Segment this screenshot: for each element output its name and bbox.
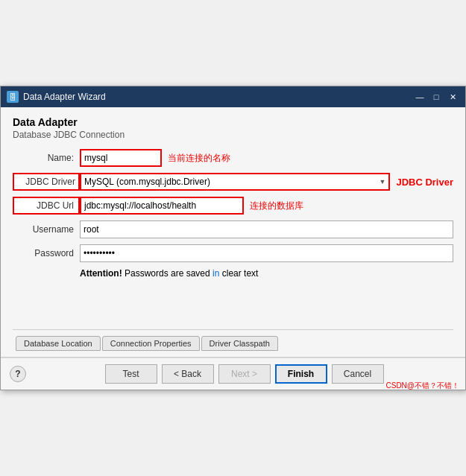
maximize-button[interactable]: □ bbox=[429, 91, 443, 103]
minimize-button[interactable]: — bbox=[413, 91, 426, 103]
titlebar: 🗄 Data Adapter Wizard — □ ✕ bbox=[1, 86, 465, 107]
section-title: Data Adapter bbox=[13, 116, 453, 128]
tab-driver-classpath[interactable]: Driver Classpath bbox=[201, 336, 278, 351]
jdbc-driver-annotation: JDBC Driver bbox=[396, 177, 453, 188]
tabs-row: Database Location Connection Properties … bbox=[13, 329, 453, 357]
app-icon: 🗄 bbox=[7, 91, 19, 103]
jdbc-driver-label: JDBC Driver bbox=[13, 173, 80, 191]
close-button[interactable]: ✕ bbox=[446, 91, 459, 103]
name-input-wrapper: 当前连接的名称 bbox=[80, 149, 453, 167]
password-input[interactable] bbox=[80, 244, 453, 262]
footer-left: ? bbox=[10, 366, 26, 382]
jdbc-driver-select-wrapper: MySQL (com.mysql.jdbc.Driver) ▼ JDBC Dri… bbox=[80, 173, 453, 191]
jdbc-url-label: JDBC Url bbox=[13, 197, 80, 215]
attention-in: in bbox=[212, 268, 219, 279]
username-row: Username bbox=[13, 220, 453, 238]
attention-static: Passwords are saved bbox=[125, 268, 212, 279]
footer: ? Test < Back Next > Finish Cancel CSDN@… bbox=[1, 358, 465, 390]
test-button[interactable]: Test bbox=[105, 364, 157, 384]
help-button[interactable]: ? bbox=[10, 366, 26, 382]
attention-bold: Attention! bbox=[80, 268, 122, 279]
attention-text: Attention! Passwords are saved in clear … bbox=[80, 268, 258, 279]
window-title: Data Adapter Wizard bbox=[23, 92, 413, 102]
tab-connection-properties[interactable]: Connection Properties bbox=[102, 336, 200, 351]
password-row: Password bbox=[13, 244, 453, 262]
jdbc-url-annotation: 连接的数据库 bbox=[250, 200, 303, 212]
name-annotation: 当前连接的名称 bbox=[168, 152, 230, 165]
attention-cleartext: clear text bbox=[222, 268, 259, 279]
content-area: Data Adapter Database JDBC Connection Na… bbox=[1, 107, 465, 357]
name-row: Name: 当前连接的名称 bbox=[13, 149, 453, 167]
jdbc-driver-row: JDBC Driver MySQL (com.mysql.jdbc.Driver… bbox=[13, 173, 453, 191]
username-input[interactable] bbox=[80, 220, 453, 238]
attention-row: Attention! Passwords are saved in clear … bbox=[80, 268, 453, 279]
cancel-button[interactable]: Cancel bbox=[332, 364, 384, 384]
username-label: Username bbox=[13, 224, 80, 235]
window-controls: — □ ✕ bbox=[413, 91, 459, 103]
name-input[interactable] bbox=[80, 149, 162, 167]
finish-button[interactable]: Finish bbox=[275, 364, 327, 384]
name-label: Name: bbox=[48, 153, 74, 163]
watermark: CSDN@不错？不错！ bbox=[386, 381, 460, 391]
jdbc-url-row: JDBC Url 连接的数据库 bbox=[13, 197, 453, 215]
jdbc-url-input[interactable] bbox=[80, 197, 244, 215]
section-subtitle: Database JDBC Connection bbox=[13, 130, 453, 140]
jdbc-driver-select[interactable]: MySQL (com.mysql.jdbc.Driver) bbox=[81, 174, 388, 189]
next-button[interactable]: Next > bbox=[218, 364, 271, 384]
wizard-window: 🗄 Data Adapter Wizard — □ ✕ Data Adapter… bbox=[0, 86, 466, 390]
back-button[interactable]: < Back bbox=[162, 364, 214, 384]
jdbc-url-input-wrapper: 连接的数据库 bbox=[80, 197, 453, 215]
tab-database-location[interactable]: Database Location bbox=[16, 336, 101, 351]
password-label: Password bbox=[13, 248, 80, 258]
content-spacer bbox=[13, 285, 453, 329]
jdbc-driver-select-box: MySQL (com.mysql.jdbc.Driver) ▼ bbox=[80, 173, 390, 191]
